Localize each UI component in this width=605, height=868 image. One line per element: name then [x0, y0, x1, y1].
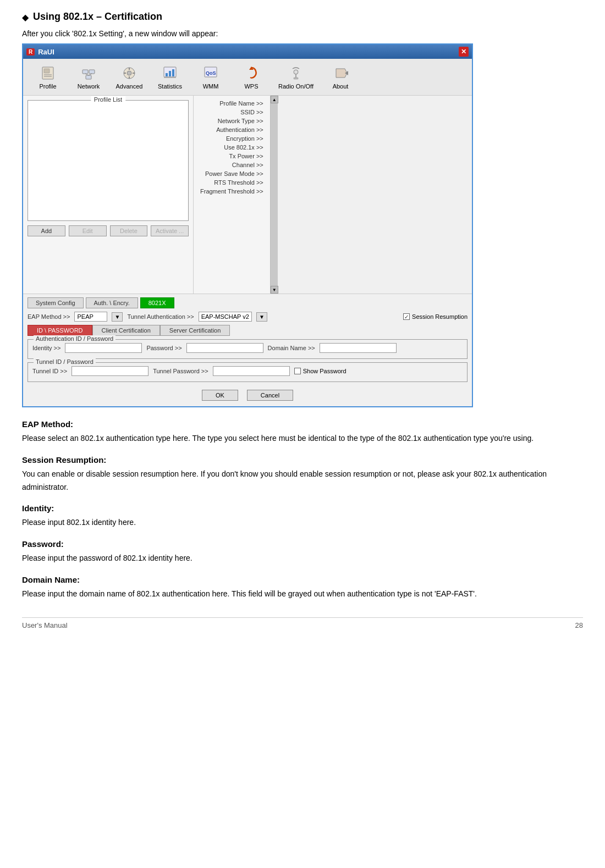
delete-button[interactable]: Delete	[110, 225, 148, 236]
info-label-3: Authentication >>	[216, 126, 263, 133]
info-row-7: Channel >>	[200, 162, 263, 168]
left-panel: Profile List Add Edit Delete Activate ..…	[23, 96, 194, 294]
tunnel-id-input[interactable]	[72, 366, 148, 376]
wmm-label: WMM	[203, 83, 219, 90]
dialog-buttons: OK Cancel	[28, 385, 468, 403]
eap-method-dropdown[interactable]: PEAP	[74, 312, 107, 322]
ok-button[interactable]: OK	[202, 390, 238, 401]
toolbar-item-advanced[interactable]: Advanced	[110, 62, 148, 92]
toolbar-item-about[interactable]: About	[321, 62, 360, 92]
network-icon: x	[79, 64, 98, 82]
tunnel-section: Tunnel ID / Password Tunnel ID >> Tunnel…	[28, 362, 468, 382]
cancel-button[interactable]: Cancel	[247, 390, 293, 401]
session-resumption-text: You can enable or disable session resump…	[22, 468, 583, 494]
info-label-8: Power Save Mode >>	[205, 170, 263, 177]
tunnel-pw-input[interactable]	[213, 366, 290, 376]
eap-method-arrow[interactable]: ▼	[112, 312, 123, 322]
svg-point-10	[127, 71, 131, 75]
eap-row: EAP Method >> PEAP ▼ Tunnel Authenticati…	[28, 312, 468, 322]
toolbar-item-radio[interactable]: Radio On/Off	[273, 62, 319, 92]
scroll-up[interactable]: ▲	[271, 96, 278, 103]
session-check: ✓ Session Resumption	[403, 313, 468, 320]
main-area: Profile List Add Edit Delete Activate ..…	[23, 96, 278, 294]
tunnel-row: Tunnel ID >> Tunnel Password >> Show Pas…	[32, 366, 463, 376]
toolbar-item-network[interactable]: x Network	[69, 62, 108, 92]
show-pw-label: Show Password	[303, 368, 346, 374]
svg-rect-5	[89, 70, 95, 74]
svg-rect-16	[166, 73, 168, 76]
advanced-label: Advanced	[116, 83, 143, 90]
eap-method-text: Please select an 802.1x authentication t…	[22, 432, 583, 445]
info-row-8: Power Save Mode >>	[200, 170, 263, 177]
close-button[interactable]: ✕	[459, 47, 469, 57]
edit-button[interactable]: Edit	[69, 225, 107, 236]
info-label-10: Fragment Threshold >>	[200, 188, 263, 195]
page-footer: User's Manual 28	[22, 617, 583, 629]
password-text: Please input the password of 802.1x iden…	[22, 552, 583, 565]
svg-rect-25	[294, 78, 298, 79]
scroll-down[interactable]: ▼	[271, 286, 278, 294]
raui-window: R RaUI ✕ Profile	[22, 43, 473, 407]
password-input[interactable]	[186, 343, 263, 353]
subtab-client-cert[interactable]: Client Certification	[92, 325, 160, 336]
main-wrapper: Profile List Add Edit Delete Activate ..…	[23, 96, 472, 294]
toolbar-item-profile[interactable]: Profile	[29, 62, 67, 92]
tunnel-id-label: Tunnel ID >>	[32, 368, 67, 374]
info-label-1: SSID >>	[240, 109, 263, 115]
info-row-2: Network Type >>	[200, 118, 263, 124]
show-pw-checkbox[interactable]	[294, 368, 301, 374]
svg-rect-1	[44, 69, 50, 73]
svg-rect-17	[169, 71, 171, 76]
session-checkbox[interactable]: ✓	[403, 313, 410, 320]
domain-input[interactable]	[320, 343, 397, 353]
footer-page-number: 28	[575, 621, 583, 629]
profile-list-frame: Profile List	[28, 100, 189, 221]
tunnel-auth-arrow[interactable]: ▼	[256, 312, 267, 322]
titlebar: R RaUI ✕	[23, 45, 472, 59]
tunnel-auth-dropdown[interactable]: EAP-MSCHAP v2	[199, 312, 252, 322]
tab-auth-encry[interactable]: Auth. \ Encry.	[86, 297, 138, 308]
info-row-4: Encryption >>	[200, 135, 263, 142]
toolbar-item-wmm[interactable]: QoS WMM	[191, 62, 230, 92]
identity-text: Please input 802.1x identity here.	[22, 516, 583, 529]
subtab-id-password[interactable]: ID \ PASSWORD	[28, 325, 92, 336]
profile-icon	[38, 64, 58, 82]
info-row-10: Fragment Threshold >>	[200, 188, 263, 195]
info-row-9: RTS Threshold >>	[200, 179, 263, 186]
right-panel: Profile Name >> SSID >> Network Type >> …	[194, 96, 270, 294]
session-label: Session Resumption	[412, 313, 468, 320]
info-label-5: Use 802.1x >>	[224, 144, 263, 151]
domain-name-text: Please input the domain name of 802.1x a…	[22, 588, 583, 601]
toolbar-item-statistics[interactable]: Statistics	[151, 62, 189, 92]
footer-label: User's Manual	[22, 621, 68, 629]
tab-8021x[interactable]: 8021X	[140, 297, 174, 308]
eap-method-heading: EAP Method:	[22, 419, 583, 429]
info-row-0: Profile Name >>	[200, 100, 263, 107]
profile-list-legend: Profile List	[91, 96, 125, 103]
info-label-0: Profile Name >>	[219, 100, 263, 107]
svg-rect-18	[172, 69, 174, 76]
profile-buttons: Add Edit Delete Activate ...	[28, 225, 189, 236]
info-label-7: Channel >>	[232, 162, 263, 168]
raui-bottom: System Config Auth. \ Encry. 8021X EAP M…	[23, 294, 472, 406]
domain-label: Domain Name >>	[268, 345, 315, 351]
toolbar: Profile x Network	[23, 59, 472, 96]
subtab-row: ID \ PASSWORD Client Certification Serve…	[28, 325, 468, 336]
identity-label: Identity >>	[32, 345, 61, 351]
radio-icon	[286, 64, 306, 82]
info-label-9: RTS Threshold >>	[214, 179, 263, 186]
titlebar-left: R RaUI	[26, 48, 54, 56]
identity-row: Identity >> Password >> Domain Name >>	[32, 343, 463, 353]
info-label-4: Encryption >>	[226, 135, 263, 142]
info-label-6: Tx Power >>	[229, 153, 263, 159]
auth-legend: Authentication ID / Password	[34, 335, 116, 342]
add-button[interactable]: Add	[28, 225, 65, 236]
activate-button[interactable]: Activate ...	[151, 225, 189, 236]
identity-input[interactable]	[65, 343, 142, 353]
tab-system-config[interactable]: System Config	[28, 297, 84, 308]
toolbar-item-wps[interactable]: WPS	[232, 62, 271, 92]
subtab-server-cert[interactable]: Server Certification	[160, 325, 230, 336]
wps-label: WPS	[244, 83, 258, 90]
wmm-icon: QoS	[201, 64, 221, 82]
network-label: Network	[78, 83, 100, 90]
